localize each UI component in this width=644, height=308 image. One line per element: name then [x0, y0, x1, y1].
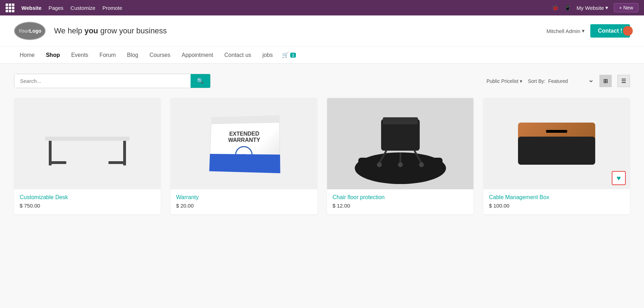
heart-icon: ♥	[617, 174, 621, 182]
view-grid-button[interactable]: ⊞	[599, 75, 612, 87]
new-button[interactable]: + New	[614, 3, 638, 12]
nav-forum[interactable]: Forum	[94, 47, 121, 63]
pricelist-chevron: ▾	[520, 78, 522, 84]
my-website-button[interactable]: My Website ▾	[577, 5, 608, 11]
my-website-label: My Website	[577, 5, 604, 11]
desk-svg	[38, 116, 137, 172]
warranty-label: EXTENDEDWARRANTY	[228, 131, 260, 143]
sort-by-label: Sort By:	[528, 78, 545, 84]
nav-contact-us[interactable]: Contact us	[219, 47, 257, 63]
contact-drop-icon	[623, 26, 633, 36]
chair-mat-wrap	[327, 98, 474, 189]
mitchell-admin-label: Mitchell Admin	[546, 28, 580, 34]
chevron-down-icon: ▾	[582, 28, 585, 34]
mitchell-admin-menu[interactable]: Mitchell Admin ▾	[546, 28, 585, 34]
nav-pages[interactable]: Pages	[48, 5, 64, 11]
site-nav: Home Shop Events Forum Blog Courses Appo…	[0, 47, 644, 64]
product-info-cablebox: Cable Management Box $ 100.00	[483, 189, 630, 214]
logo-logo: Logo	[29, 28, 41, 34]
product-image-chairmat	[327, 98, 474, 189]
search-wrap: 🔍	[14, 74, 211, 88]
cart-symbol: 🛒	[282, 52, 289, 58]
svg-rect-4	[108, 161, 126, 164]
header-right: Mitchell Admin ▾ Contact !	[546, 24, 630, 38]
website-title: Website	[21, 5, 41, 11]
nav-events[interactable]: Events	[66, 47, 94, 63]
grid-apps-icon[interactable]	[6, 4, 14, 12]
sort-by-select[interactable]: Featured Newest Price: Low to High Price…	[547, 78, 594, 84]
nav-jobs[interactable]: jobs	[257, 47, 278, 63]
product-image-cablebox: ♥	[483, 98, 630, 189]
cable-box	[518, 123, 595, 165]
pricelist-label: Public Pricelist	[486, 78, 518, 84]
nav-promote[interactable]: Promote	[102, 5, 122, 11]
product-image-warranty: EXTENDEDWARRANTY ✓	[171, 98, 317, 189]
pricelist-button[interactable]: Public Pricelist ▾	[486, 78, 522, 84]
svg-point-14	[419, 162, 424, 167]
site-header: YourLogo We help you grow your business …	[0, 15, 644, 47]
product-image-desk	[14, 98, 161, 189]
product-info-desk: Customizable Desk $ 750.00	[14, 189, 161, 214]
tagline: We help you grow your business	[54, 26, 167, 35]
search-input[interactable]	[14, 74, 191, 88]
product-info-warranty: Warranty $ 20.00	[171, 189, 317, 214]
svg-point-13	[398, 162, 403, 167]
product-card-desk[interactable]: Customizable Desk $ 750.00	[14, 98, 161, 214]
product-name-cablebox: Cable Management Box	[489, 194, 624, 201]
shop-content: 🔍 Public Pricelist ▾ Sort By: Featured N…	[0, 64, 644, 275]
cart-count: 1	[290, 53, 296, 58]
admin-bar-left: Website Pages Customize Promote	[6, 4, 122, 12]
admin-bar: Website Pages Customize Promote 🐞 📱 My W…	[0, 0, 644, 15]
nav-shop[interactable]: Shop	[40, 47, 66, 63]
cable-box-main	[518, 137, 595, 165]
contact-button-label: Contact !	[598, 28, 622, 34]
warranty-box: EXTENDEDWARRANTY ✓	[209, 115, 280, 173]
product-info-chairmat: Chair floor protection $ 12.00	[327, 189, 474, 214]
product-card-chairmat[interactable]: Chair floor protection $ 12.00	[327, 98, 474, 214]
nav-home[interactable]: Home	[14, 47, 40, 63]
svg-rect-0	[45, 137, 130, 141]
nav-appointment[interactable]: Appointment	[176, 47, 219, 63]
product-price-warranty: $ 20.00	[176, 203, 312, 209]
shop-toolbar: 🔍 Public Pricelist ▾ Sort By: Featured N…	[14, 74, 630, 88]
nav-customize[interactable]: Customize	[71, 5, 95, 11]
product-price-chairmat: $ 12.00	[333, 203, 468, 209]
contact-button[interactable]: Contact !	[590, 24, 630, 38]
product-grid: Customizable Desk $ 750.00 EXTENDEDWARRA…	[14, 98, 630, 214]
svg-rect-3	[49, 161, 66, 164]
product-name-desk: Customizable Desk	[20, 194, 155, 201]
chairmat-svg	[327, 98, 474, 189]
search-button[interactable]: 🔍	[191, 74, 210, 88]
cart-icon[interactable]: 🛒 1	[278, 47, 299, 63]
logo: YourLogo	[14, 22, 46, 40]
product-price-desk: $ 750.00	[20, 203, 155, 209]
cable-box-slot	[546, 130, 567, 133]
nav-courses[interactable]: Courses	[144, 47, 176, 63]
admin-bar-right: 🐞 📱 My Website ▾ + New	[552, 3, 638, 12]
mobile-icon[interactable]: 📱	[564, 5, 571, 11]
product-name-warranty: Warranty	[176, 194, 312, 201]
sort-by: Sort By: Featured Newest Price: Low to H…	[528, 78, 594, 84]
view-list-button[interactable]: ☰	[617, 75, 630, 87]
svg-point-12	[377, 162, 381, 167]
nav-blog[interactable]: Blog	[121, 47, 144, 63]
logo-area: YourLogo	[14, 22, 46, 40]
product-card-cablebox[interactable]: ♥ Cable Management Box $ 100.00	[483, 98, 630, 214]
chevron-down-icon: ▾	[605, 5, 608, 11]
product-price-cablebox: $ 100.00	[489, 203, 624, 209]
product-name-chairmat: Chair floor protection	[333, 194, 468, 201]
svg-rect-8	[383, 117, 418, 124]
bug-icon[interactable]: 🐞	[552, 5, 559, 11]
logo-your: Your	[18, 28, 29, 34]
toolbar-right: Public Pricelist ▾ Sort By: Featured New…	[486, 75, 630, 87]
wishlist-button[interactable]: ♥	[612, 171, 626, 185]
product-card-warranty[interactable]: EXTENDEDWARRANTY ✓ Warranty $ 20.00	[171, 98, 317, 214]
